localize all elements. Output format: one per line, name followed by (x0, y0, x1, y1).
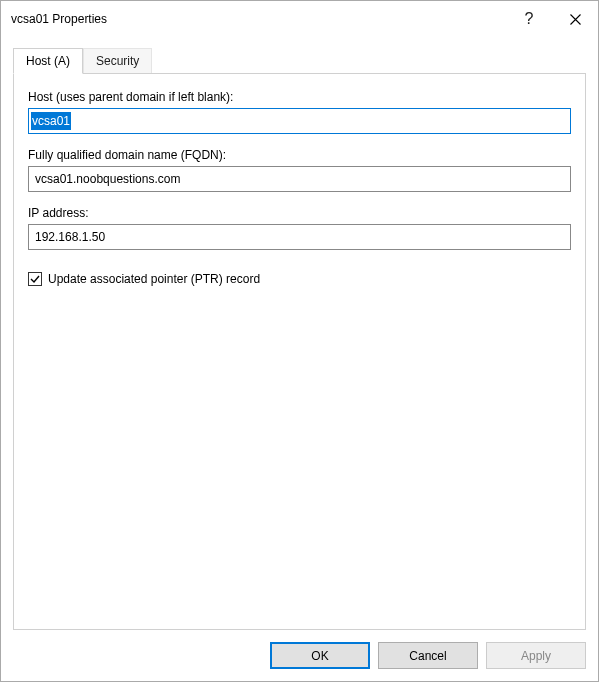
titlebar: vcsa01 Properties ? (1, 1, 598, 37)
ip-label: IP address: (28, 206, 571, 220)
fqdn-input[interactable] (28, 166, 571, 192)
tab-host-a[interactable]: Host (A) (13, 48, 83, 74)
window-title: vcsa01 Properties (11, 12, 506, 26)
help-button[interactable]: ? (506, 1, 552, 37)
ip-input[interactable] (28, 224, 571, 250)
help-icon: ? (525, 10, 534, 28)
tab-strip: Host (A) Security (1, 37, 598, 73)
ptr-checkbox[interactable] (28, 272, 42, 286)
host-label: Host (uses parent domain if left blank): (28, 90, 571, 104)
ok-button[interactable]: OK (270, 642, 370, 669)
ptr-checkbox-row[interactable]: Update associated pointer (PTR) record (28, 272, 571, 286)
check-icon (30, 274, 40, 284)
host-input[interactable]: vcsa01 (28, 108, 571, 134)
dialog-buttons: OK Cancel Apply (1, 630, 598, 681)
cancel-button[interactable]: Cancel (378, 642, 478, 669)
ptr-checkbox-label: Update associated pointer (PTR) record (48, 272, 260, 286)
tab-content: Host (uses parent domain if left blank):… (13, 73, 586, 630)
host-selected-text: vcsa01 (31, 112, 71, 130)
tab-label: Host (A) (26, 54, 70, 68)
tab-label: Security (96, 54, 139, 68)
close-icon (570, 14, 581, 25)
button-label: Apply (521, 649, 551, 663)
button-label: OK (311, 649, 328, 663)
close-button[interactable] (552, 1, 598, 37)
tab-security[interactable]: Security (83, 48, 152, 74)
properties-dialog: vcsa01 Properties ? Host (A) Security Ho… (0, 0, 599, 682)
apply-button[interactable]: Apply (486, 642, 586, 669)
button-label: Cancel (409, 649, 446, 663)
fqdn-label: Fully qualified domain name (FQDN): (28, 148, 571, 162)
